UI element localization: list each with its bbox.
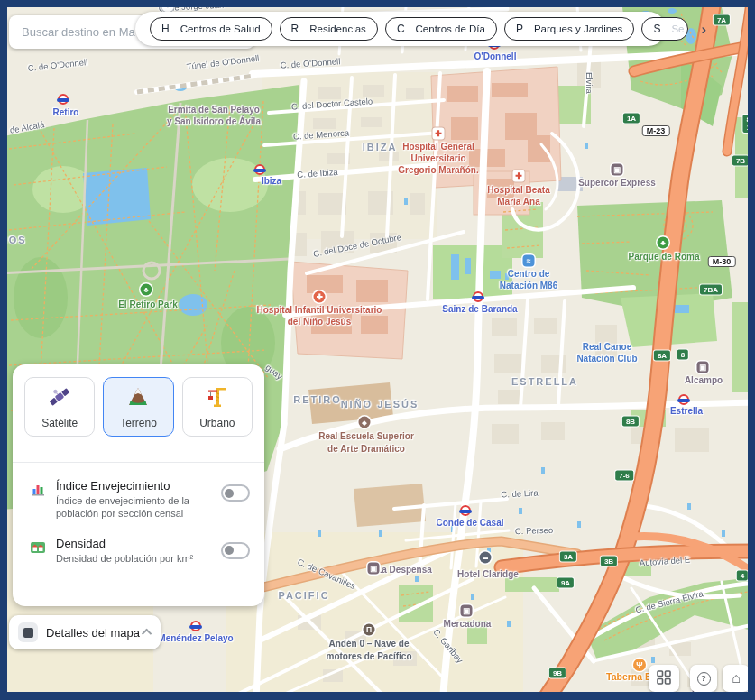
chip-centros-de-dia[interactable]: C Centros de Día [385,17,497,41]
overlay-text: Densidad Densidad de población por km² [56,537,198,565]
help-icon: ? [697,672,711,686]
overlay-description: Densidad de población por km² [56,552,198,565]
overlay-row-densidad: Densidad Densidad de población por km² [13,520,264,565]
map-type-cards: Satélite Terreno [13,364,264,437]
map-viewport: C. de Jorge JuanC. de O'DonnellTúnel de … [7,7,748,692]
map-type-label: Satélite [41,417,78,429]
map-details-button[interactable]: Detalles del mapa [9,615,161,649]
chevron-up-icon [142,629,152,639]
toggle-knob [225,489,234,498]
chip-label: Centros de Salud [180,23,261,34]
map-type-satelite[interactable]: Satélite [24,377,95,437]
help-button[interactable]: ? [690,665,717,692]
map-details-label: Detalles del mapa [46,626,140,640]
terrain-icon [126,385,150,412]
chip-label: Parques y Jardines [534,23,622,34]
chip-letter: C [397,23,405,35]
filter-chips-bar: H Centros de Salud R Residencias C Centr… [135,12,666,46]
overlay-text: Índice Envejecimiento Índice de envejeci… [56,479,198,520]
chip-label: Se [671,23,684,34]
chip-letter: H [161,23,170,35]
layers-panel: Satélite Terreno [13,364,264,606]
grid-icon [656,669,672,688]
chip-parques-y-jardines[interactable]: P Parques y Jardines [504,17,634,41]
map-type-label: Urbano [199,417,235,429]
chip-letter: R [291,23,299,35]
chip-letter: P [516,23,523,35]
toggle-indice-envejecimiento[interactable] [221,484,250,502]
home-button[interactable]: ⌂ [723,665,748,692]
bar-chart-icon [31,482,45,500]
overlay-title: Índice Envejecimiento [56,479,198,493]
chip-label: Centros de Día [416,23,485,34]
map-type-terreno[interactable]: Terreno [103,377,173,437]
houses-icon [31,539,45,557]
home-icon: ⌂ [732,671,741,686]
overlay-description: Índice de envejecimiento de la población… [56,494,198,520]
overlay-row-envejecimiento: Índice Envejecimiento Índice de envejeci… [13,463,264,520]
chip-centros-de-salud[interactable]: H Centros de Salud [150,17,272,41]
toggle-knob [225,546,234,555]
overlay-title: Densidad [56,537,198,550]
toggle-densidad[interactable] [221,542,250,559]
chip-truncated[interactable]: S Se [641,17,688,41]
chip-letter: S [653,23,660,35]
crane-icon [206,385,229,412]
grid-view-button[interactable] [649,665,679,692]
chip-residencias[interactable]: R Residencias [280,17,378,41]
map-type-label: Terreno [120,417,157,429]
chips-scroll-right-icon[interactable]: › [697,22,710,37]
map-world[interactable]: C. de Jorge JuanC. de O'DonnellTúnel de … [7,7,748,692]
map-type-urbano[interactable]: Urbano [182,377,253,437]
chip-label: Residencias [309,23,366,34]
map-details-icon [18,622,38,642]
satellite-icon [47,385,72,412]
app-frame: C. de Jorge JuanC. de O'DonnellTúnel de … [0,0,755,700]
